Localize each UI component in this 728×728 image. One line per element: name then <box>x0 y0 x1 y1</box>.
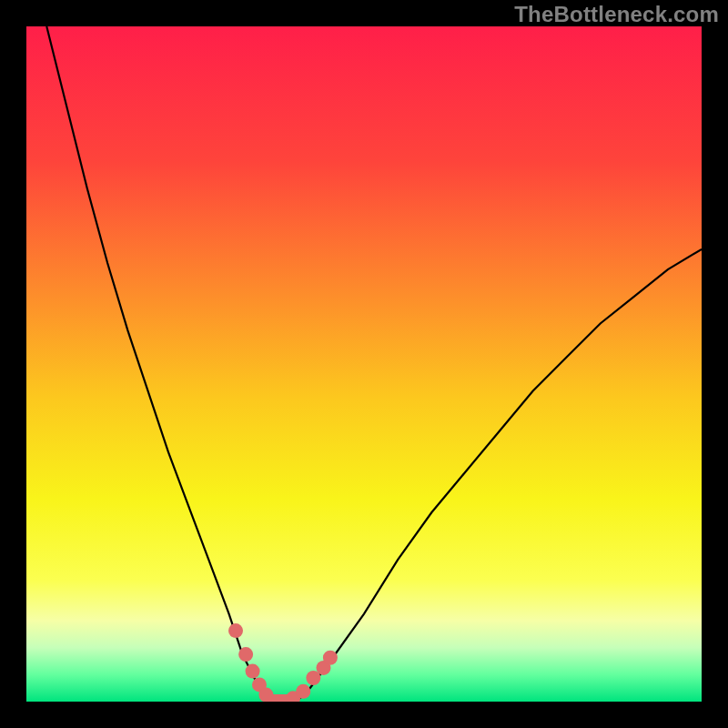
highlight-dot <box>238 647 253 662</box>
highlight-dot <box>296 684 310 699</box>
highlight-dot <box>246 664 260 679</box>
bottleneck-chart <box>26 26 702 702</box>
highlight-dot <box>258 688 273 702</box>
chart-frame: TheBottleneck.com <box>0 0 728 728</box>
highlight-dot <box>228 623 243 638</box>
gradient-background <box>26 26 702 702</box>
watermark-text: TheBottleneck.com <box>514 2 719 27</box>
highlight-dot <box>323 651 338 665</box>
